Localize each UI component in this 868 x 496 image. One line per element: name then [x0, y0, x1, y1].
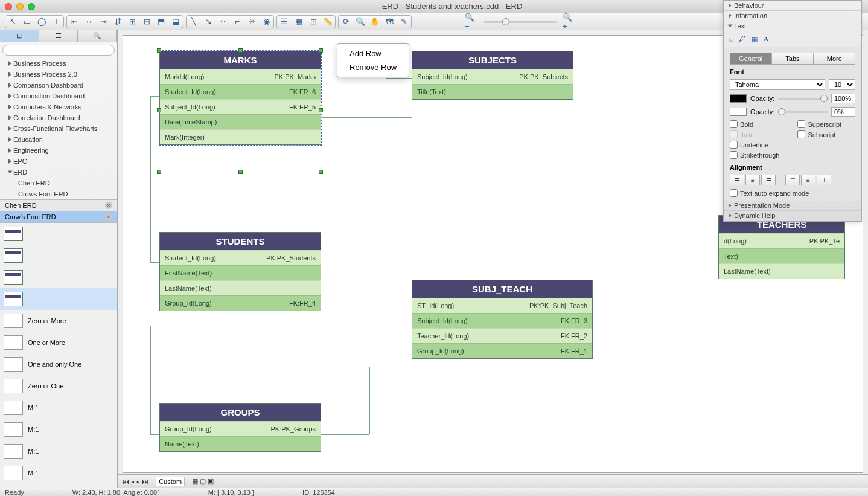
- inspector-tab-general[interactable]: General: [730, 53, 771, 65]
- entity-row[interactable]: FirstName(Text): [160, 265, 321, 280]
- shape-item[interactable]: One and only One: [0, 353, 117, 375]
- menu-remove-row[interactable]: Remove Row: [337, 60, 409, 74]
- menu-add-row[interactable]: Add Row: [337, 47, 409, 60]
- font-icon[interactable]: A: [764, 35, 768, 43]
- ruler-icon[interactable]: 📏: [321, 16, 334, 27]
- shape-item[interactable]: Entity: [0, 245, 117, 266]
- entity-row[interactable]: Student_Id(Long)PK:PK_Students: [160, 250, 321, 265]
- line-tool-icon[interactable]: ╲: [187, 16, 200, 27]
- shape-item[interactable]: Entity: [0, 288, 117, 310]
- group-icon[interactable]: ⊞: [126, 16, 139, 27]
- tree-item[interactable]: EPC: [0, 156, 117, 167]
- pencil-icon[interactable]: ✎: [397, 16, 410, 27]
- tree-item[interactable]: Computers & Networks: [0, 101, 117, 112]
- tree-item[interactable]: Business Process 2,0: [0, 69, 117, 80]
- grid-icon[interactable]: ▦: [292, 16, 305, 27]
- tree-child[interactable]: Crows Foot ERD: [0, 188, 117, 199]
- inspector-tab-tabs[interactable]: Tabs: [771, 53, 813, 65]
- check-subscript[interactable]: Subscript: [797, 130, 841, 138]
- entity-subj-teach[interactable]: SUBJ_TEACH ST_Id(Long)PK:PK_Subj_TeachSu…: [412, 280, 593, 359]
- shape-item[interactable]: One or More: [0, 332, 117, 353]
- box-tool-icon[interactable]: ▭: [21, 16, 34, 27]
- inspector-section-presentation[interactable]: Presentation Mode: [724, 201, 861, 211]
- entity-row[interactable]: LastName(Text): [160, 280, 321, 295]
- shape-palette[interactable]: EntityEntityEntityEntityZero or MoreOne …: [0, 222, 117, 488]
- zoom-out-icon[interactable]: 🔍−: [465, 16, 478, 27]
- curve-tool-icon[interactable]: 〰: [216, 16, 229, 27]
- check-underline[interactable]: Underline: [730, 141, 779, 149]
- ellipse-tool-icon[interactable]: ◯: [35, 16, 48, 27]
- text-color-icon[interactable]: 🖍: [739, 35, 745, 43]
- entity-header[interactable]: SUBJ_TEACH: [412, 280, 592, 298]
- inspector-section-text[interactable]: Text: [724, 21, 861, 31]
- select-tool-icon[interactable]: ↖: [6, 16, 19, 27]
- snap-icon[interactable]: ⊡: [307, 16, 320, 27]
- sidebar-open-tab[interactable]: Chen ERD×: [0, 199, 117, 211]
- close-icon[interactable]: ×: [105, 213, 112, 221]
- arrow-tool-icon[interactable]: ↘: [202, 16, 215, 27]
- sidebar-tab-list[interactable]: ☰: [39, 30, 78, 42]
- tree-item[interactable]: Correlation Dashboard: [0, 112, 117, 123]
- sidebar-search-input[interactable]: [2, 45, 115, 56]
- entity-row[interactable]: Group_Id(Long)FK:FR_4: [160, 295, 321, 311]
- port-icon[interactable]: ◉: [260, 16, 273, 27]
- entity-header[interactable]: SUBJECTS: [412, 51, 573, 69]
- close-window[interactable]: [5, 3, 12, 10]
- entity-header[interactable]: GROUPS: [160, 404, 321, 421]
- entity-header[interactable]: MARKS: [160, 51, 321, 69]
- tree-child[interactable]: Chen ERD: [0, 178, 117, 188]
- inspector-section-information[interactable]: Information: [724, 11, 861, 21]
- text-tool-icon[interactable]: T: [49, 16, 63, 27]
- entity-row[interactable]: Subject_Id(Long)PK:PK_Subjects: [412, 69, 573, 84]
- valign-top-btn[interactable]: ⊤: [785, 175, 800, 185]
- entity-row[interactable]: Subject_Id(Long)FK:FR_5: [160, 99, 321, 114]
- font-size-select[interactable]: 10: [829, 79, 855, 90]
- maximize-window[interactable]: [28, 3, 35, 10]
- tree-item[interactable]: Business Process: [0, 58, 117, 69]
- front-icon[interactable]: ⬒: [155, 16, 168, 27]
- align-center-icon[interactable]: ↔: [82, 16, 95, 27]
- ungroup-icon[interactable]: ⊟: [140, 16, 153, 27]
- tree-item[interactable]: ERD: [0, 167, 117, 178]
- fill-icon[interactable]: ▦: [752, 35, 758, 43]
- pan-tool-icon[interactable]: ✋: [368, 16, 381, 27]
- zoom-input[interactable]: [156, 477, 185, 486]
- entity-header[interactable]: STUDENTS: [160, 233, 321, 250]
- pager-icon[interactable]: ⏮ ◀ ▶ ⏭: [123, 478, 148, 485]
- entity-marks[interactable]: MARKS MarkId(Long)PK:PK_MarksStudent_Id(…: [159, 51, 321, 145]
- entity-row[interactable]: LastName(Text): [719, 263, 844, 279]
- shape-item[interactable]: M:1: [0, 419, 117, 440]
- inspector-section-behaviour[interactable]: Behaviour: [724, 1, 861, 11]
- align-left-btn[interactable]: ☰: [730, 175, 744, 185]
- entity-row[interactable]: Teacher_Id(Long)FK:FR_2: [412, 328, 592, 343]
- zoom-tool-icon[interactable]: 🔍: [354, 16, 367, 27]
- entity-row[interactable]: Title(Text): [412, 84, 573, 99]
- junction-icon[interactable]: ✳: [245, 16, 258, 27]
- inspector-tab-more[interactable]: More: [814, 53, 855, 65]
- entity-row[interactable]: Date(TimeStamp): [160, 114, 321, 129]
- shape-item[interactable]: Entity: [0, 223, 117, 245]
- color-swatch-fill[interactable]: [730, 94, 747, 103]
- check-strike[interactable]: Strikethrough: [730, 151, 779, 159]
- valign-mid-btn[interactable]: ≡: [801, 175, 815, 185]
- valign-bot-btn[interactable]: ⊥: [817, 175, 831, 185]
- tree-item[interactable]: Education: [0, 134, 117, 145]
- fill-opacity-input[interactable]: [831, 94, 855, 103]
- entity-row[interactable]: Subject_Id(Long)FK:FR_3: [412, 313, 592, 328]
- entity-row[interactable]: Group_Id(Long)FK:FR_1: [412, 343, 592, 358]
- shape-item[interactable]: M:1: [0, 440, 117, 462]
- check-italic[interactable]: Italic: [730, 130, 779, 138]
- entity-row[interactable]: Mark(Integer): [160, 129, 321, 144]
- underline-icon[interactable]: ⎁: [729, 35, 733, 43]
- font-family-select[interactable]: Tahoma: [730, 79, 825, 90]
- shape-item[interactable]: Entity: [0, 266, 117, 288]
- entity-row[interactable]: Group_Id(Long)PK:PK_Groups: [160, 421, 321, 436]
- sidebar-tab-tree[interactable]: ⊞: [0, 30, 39, 42]
- tree-item[interactable]: Comparison Dashboard: [0, 80, 117, 91]
- tree-item[interactable]: Composition Dashboard: [0, 91, 117, 101]
- distribute-icon[interactable]: ⇵: [111, 16, 124, 27]
- color-swatch-line[interactable]: [730, 108, 747, 116]
- entity-teachers[interactable]: TEACHERS d(Long)PK:PK_TeText)LastName(Te…: [718, 215, 845, 279]
- entity-row[interactable]: Name(Text): [160, 436, 321, 451]
- align-left-icon[interactable]: ⇤: [68, 16, 81, 27]
